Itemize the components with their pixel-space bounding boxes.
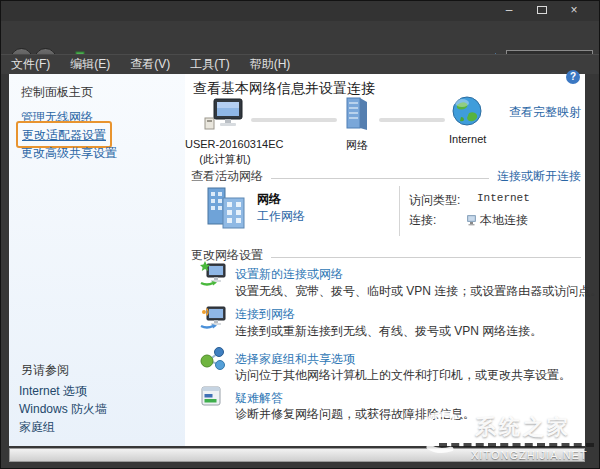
sidebar-item-windows-firewall[interactable]: Windows 防火墙 [19, 401, 107, 418]
sidebar-item-change-adapter-settings[interactable]: 更改适配器设置 [22, 128, 106, 142]
maximize-button[interactable] [532, 3, 552, 18]
work-network-buildings-icon [203, 184, 249, 236]
main-panel: 查看基本网络信息并设置连接 ? USER-20160314EC [185, 74, 585, 446]
menu-edit[interactable]: 编辑(E) [70, 56, 122, 73]
active-networks-header: 查看活动网络 连接或断开连接 [191, 168, 581, 185]
menu-help[interactable]: 帮助(H) [250, 56, 303, 73]
connect-to-network-link[interactable]: 连接到网络 [235, 306, 295, 323]
network-icon [344, 118, 370, 135]
work-network-link[interactable]: 工作网络 [257, 208, 305, 225]
homegroup-options-desc: 访问位于其他网络计算机上的文件和打印机，或更改共享设置。 [235, 367, 571, 384]
adapter-settings-highlight-box: 更改适配器设置 [16, 121, 112, 148]
active-networks-heading: 查看活动网络 [191, 168, 263, 185]
active-network-name: 网络 [257, 191, 281, 208]
sidebar: 控制面板主页 管理无线网络 更改适配器设置 更改高级共享设置 另请参阅 Inte… [9, 74, 185, 446]
troubleshoot-link[interactable]: 疑难解答 [235, 390, 283, 407]
network-node-label: 网络 [341, 138, 373, 153]
homegroup-options-link[interactable]: 选择家庭组和共享选项 [235, 351, 355, 368]
access-type-label: 访问类型: [409, 192, 460, 209]
local-connection-icon [466, 212, 477, 230]
menu-view[interactable]: 查看(V) [130, 56, 182, 73]
sidebar-item-advanced-sharing[interactable]: 更改高级共享设置 [21, 145, 117, 162]
network-settings-header: 更改网络设置 [191, 247, 581, 264]
map-node-computer[interactable]: USER-20160314EC (此计算机) [185, 98, 265, 167]
connect-to-network-icon [199, 304, 227, 334]
close-button[interactable]: × [564, 3, 584, 18]
map-node-network[interactable]: 网络 [341, 96, 373, 153]
connect-disconnect-link[interactable]: 连接或断开连接 [497, 168, 581, 185]
help-icon[interactable]: ? [566, 70, 580, 84]
connect-to-network-desc: 连接到或重新连接到无线、有线、拨号或 VPN 网络连接。 [235, 323, 542, 340]
menu-file[interactable]: 文件(F) [11, 56, 62, 73]
map-connection-line [251, 118, 337, 122]
vertical-divider [399, 186, 400, 236]
troubleshoot-desc: 诊断并修复网络问题，或获得故障排除信息。 [235, 406, 475, 423]
setup-new-connection-desc: 设置无线、宽带、拨号、临时或 VPN 连接；或设置路由器或访问点。 [235, 283, 600, 300]
homegroup-icon [200, 347, 226, 375]
minimize-button[interactable]: – [499, 3, 519, 18]
see-full-map-link[interactable]: 查看完整映射 [509, 104, 581, 121]
menu-tools[interactable]: 工具(T) [190, 56, 241, 73]
troubleshoot-icon [201, 386, 221, 410]
local-connection-link[interactable]: 本地连接 [480, 212, 528, 229]
sidebar-item-internet-options[interactable]: Internet 选项 [19, 383, 87, 400]
computer-note-label: (此计算机) [185, 152, 265, 167]
see-also-heading: 另请参阅 [21, 362, 69, 379]
computer-icon [204, 118, 246, 135]
section-divider-line [271, 257, 581, 258]
maximize-icon [537, 6, 547, 14]
map-connection-line [379, 118, 445, 122]
content-area: 控制面板主页 管理无线网络 更改适配器设置 更改高级共享设置 另请参阅 Inte… [9, 74, 585, 446]
titlebar: – × [1, 1, 599, 21]
sidebar-item-homegroup[interactable]: 家庭组 [19, 419, 55, 436]
menu-bar: 文件(F) 编辑(E) 查看(V) 工具(T) 帮助(H) [1, 54, 599, 74]
access-type-value: Internet [477, 192, 530, 204]
internet-node-label: Internet [449, 133, 485, 145]
status-bar [9, 448, 585, 462]
internet-globe-icon [451, 113, 483, 130]
new-connection-icon [199, 261, 227, 291]
connections-label: 连接: [409, 212, 436, 229]
address-bar: ← → ▼ 控制面板 › 所有控制面板项 › 网络和共享中心 ▼ [1, 21, 599, 54]
section-divider-line [271, 178, 489, 179]
network-sharing-center-window: – × ← → ▼ 控制面板 › 所有控制面板项 › 网络和共享中心 ▼ [0, 0, 600, 469]
computer-name-label: USER-20160314EC [185, 138, 265, 150]
sidebar-item-control-panel-home[interactable]: 控制面板主页 [21, 84, 93, 101]
setup-new-connection-link[interactable]: 设置新的连接或网络 [235, 266, 343, 283]
map-node-internet[interactable]: Internet [449, 95, 485, 145]
